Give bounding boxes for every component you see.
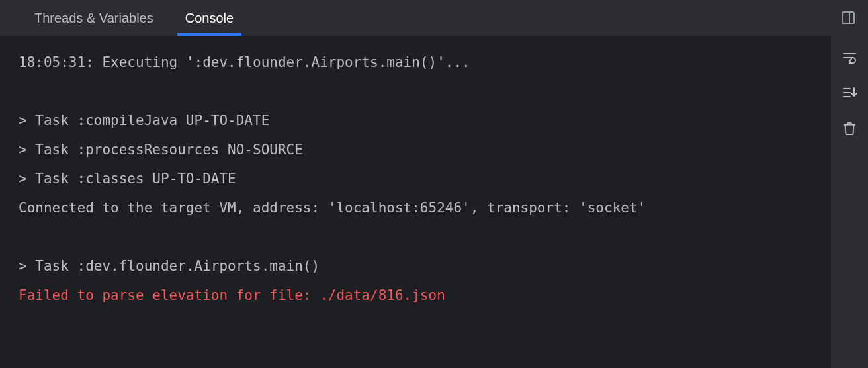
tab-threads-variables[interactable]: Threads & Variables (19, 0, 169, 36)
console-line: 18:05:31: Executing ':dev.flounder.Airpo… (19, 54, 470, 70)
scroll-to-end-button[interactable] (839, 82, 860, 103)
svg-rect-0 (842, 12, 854, 24)
tab-label: Threads & Variables (34, 11, 153, 26)
console-error-line: Failed to parse elevation for file: ./da… (19, 287, 445, 303)
console-line: > Task :classes UP-TO-DATE (19, 171, 236, 187)
tab-label: Console (185, 11, 234, 26)
layout-icon (840, 10, 856, 26)
clear-all-button[interactable] (839, 118, 860, 139)
console-output[interactable]: 18:05:31: Executing ':dev.flounder.Airpo… (0, 36, 831, 368)
trash-icon (842, 121, 857, 136)
soft-wrap-icon (842, 49, 857, 65)
console-line: > Task :processResources NO-SOURCE (19, 142, 303, 158)
console-line: > Task :dev.flounder.Airports.main() (19, 258, 320, 274)
layout-settings-button[interactable] (838, 7, 859, 28)
scroll-to-end-icon (842, 85, 857, 101)
console-line: Connected to the target VM, address: 'lo… (19, 200, 646, 216)
debug-tabbar: Threads & Variables Console (0, 0, 868, 36)
soft-wrap-button[interactable] (839, 46, 860, 68)
console-side-toolbar (831, 36, 868, 368)
tab-console[interactable]: Console (169, 0, 249, 36)
console-line: > Task :compileJava UP-TO-DATE (19, 113, 269, 128)
